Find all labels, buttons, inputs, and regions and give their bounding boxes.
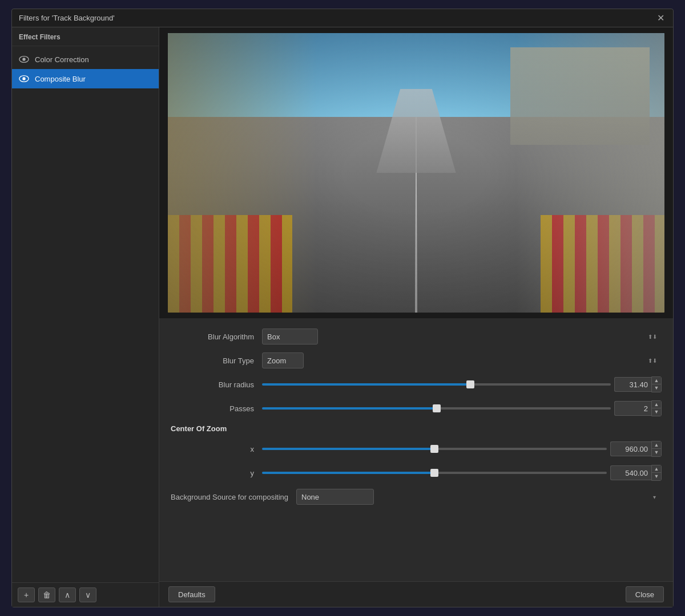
blur-radius-number-group: 31.40 ▲ ▼ (614, 376, 662, 392)
passes-up-button[interactable]: ▲ (652, 401, 661, 408)
sidebar-items: Color Correction Composite Blur (12, 46, 159, 582)
move-filter-down-button[interactable]: ∨ (79, 587, 96, 602)
eye-icon-composite-blur (19, 74, 29, 84)
blur-radius-down-button[interactable]: ▼ (652, 384, 661, 392)
eye-icon-color-correction (19, 54, 29, 64)
action-bar: Defaults Close (159, 581, 673, 607)
y-row: y 540.00 ▲ ▼ (171, 465, 662, 481)
sidebar-header: Effect Filters (12, 27, 159, 46)
svg-point-1 (22, 58, 25, 60)
blur-algorithm-select-wrapper: Box Gaussian Area Average Linear Motion … (262, 329, 662, 345)
remove-filter-button[interactable]: 🗑 (38, 587, 55, 602)
grandstand-right (510, 47, 650, 145)
x-slider-container (262, 448, 607, 450)
titlebar: Filters for 'Track Background' ✕ (12, 9, 673, 27)
preview-image (168, 33, 664, 313)
blur-radius-slider-container (262, 383, 611, 386)
controls-panel: Blur Algorithm Box Gaussian Area Average… (159, 318, 673, 581)
blur-type-select[interactable]: Box Gaussian Zoom Motion (262, 352, 304, 368)
sidebar-label-color-correction: Color Correction (35, 55, 89, 64)
blur-type-select-wrapper: Box Gaussian Zoom Motion ⬆⬇ (262, 352, 662, 368)
x-up-button[interactable]: ▲ (652, 441, 661, 449)
main-body: Effect Filters Color Correction (12, 27, 673, 607)
bg-source-select[interactable]: None OBS Virtual Camera Window Capture (296, 489, 374, 505)
bg-source-arrow-icon: ▾ (653, 494, 656, 500)
x-spin-buttons: ▲ ▼ (651, 441, 662, 457)
content-area: Blur Algorithm Box Gaussian Area Average… (159, 27, 673, 607)
x-row: x 960.00 ▲ ▼ (171, 441, 662, 457)
x-input[interactable]: 960.00 (610, 441, 651, 456)
blur-radius-row: Blur radius 31.40 ▲ ▼ (171, 376, 662, 392)
blur-algorithm-label: Blur Algorithm (171, 333, 262, 341)
blur-type-arrow-icon: ⬆⬇ (648, 358, 657, 364)
passes-slider-container (262, 407, 611, 410)
bg-source-select-wrapper: None OBS Virtual Camera Window Capture ▾ (296, 489, 662, 505)
move-filter-up-button[interactable]: ∧ (59, 587, 76, 602)
blur-type-label: Blur Type (171, 356, 262, 365)
x-input-area: 960.00 ▲ ▼ (262, 441, 662, 457)
sidebar-label-composite-blur: Composite Blur (35, 75, 86, 83)
x-number-group: 960.00 ▲ ▼ (610, 441, 662, 457)
passes-row: Passes 2 ▲ ▼ (171, 400, 662, 416)
blur-algorithm-input-area: Box Gaussian Area Average Linear Motion … (262, 329, 662, 345)
y-label: y (171, 469, 262, 477)
passes-input-area: 2 ▲ ▼ (262, 400, 662, 416)
sidebar-footer: + 🗑 ∧ ∨ (12, 582, 159, 607)
sidebar: Effect Filters Color Correction (12, 27, 159, 607)
y-slider[interactable] (262, 472, 607, 474)
blur-type-row: Blur Type Box Gaussian Zoom Motion ⬆⬇ (171, 352, 662, 368)
preview-area (159, 27, 673, 318)
y-spin-buttons: ▲ ▼ (651, 465, 662, 481)
passes-down-button[interactable]: ▼ (652, 408, 661, 416)
y-slider-container (262, 472, 607, 474)
window-close-button[interactable]: ✕ (655, 13, 666, 24)
blur-algorithm-row: Blur Algorithm Box Gaussian Area Average… (171, 329, 662, 345)
passes-input[interactable]: 2 (614, 401, 651, 416)
x-down-button[interactable]: ▼ (652, 449, 661, 456)
sidebar-item-color-correction[interactable]: Color Correction (12, 50, 159, 69)
sidebar-item-composite-blur[interactable]: Composite Blur (12, 69, 159, 88)
bg-source-label: Background Source for compositing (171, 493, 296, 501)
svg-point-3 (22, 77, 25, 80)
y-input[interactable]: 540.00 (610, 465, 651, 480)
blur-algorithm-select[interactable]: Box Gaussian Area Average Linear Motion (262, 329, 318, 345)
blur-radius-slider[interactable] (262, 383, 611, 386)
blur-type-input-area: Box Gaussian Zoom Motion ⬆⬇ (262, 352, 662, 368)
blur-radius-input-area: 31.40 ▲ ▼ (262, 376, 662, 392)
y-up-button[interactable]: ▲ (652, 465, 661, 473)
passes-slider[interactable] (262, 407, 611, 410)
y-number-group: 540.00 ▲ ▼ (610, 465, 662, 481)
bg-source-row: Background Source for compositing None O… (171, 489, 662, 505)
y-down-button[interactable]: ▼ (652, 473, 661, 480)
defaults-button[interactable]: Defaults (168, 586, 215, 602)
blur-radius-label: Blur radius (171, 380, 262, 389)
x-label: x (171, 445, 262, 453)
blur-radius-up-button[interactable]: ▲ (652, 377, 661, 384)
center-of-zoom-title: Center Of Zoom (171, 424, 662, 433)
passes-number-group: 2 ▲ ▼ (614, 400, 662, 416)
passes-label: Passes (171, 404, 262, 413)
y-input-area: 540.00 ▲ ▼ (262, 465, 662, 481)
blur-radius-spin-buttons: ▲ ▼ (651, 376, 662, 392)
close-button[interactable]: Close (626, 586, 664, 602)
x-slider[interactable] (262, 448, 607, 450)
blur-radius-input[interactable]: 31.40 (614, 377, 651, 392)
filter-window: Filters for 'Track Background' ✕ Effect … (11, 9, 674, 607)
window-title: Filters for 'Track Background' (19, 14, 115, 22)
passes-spin-buttons: ▲ ▼ (651, 400, 662, 416)
blur-algorithm-arrow-icon: ⬆⬇ (648, 334, 657, 340)
add-filter-button[interactable]: + (18, 587, 35, 602)
